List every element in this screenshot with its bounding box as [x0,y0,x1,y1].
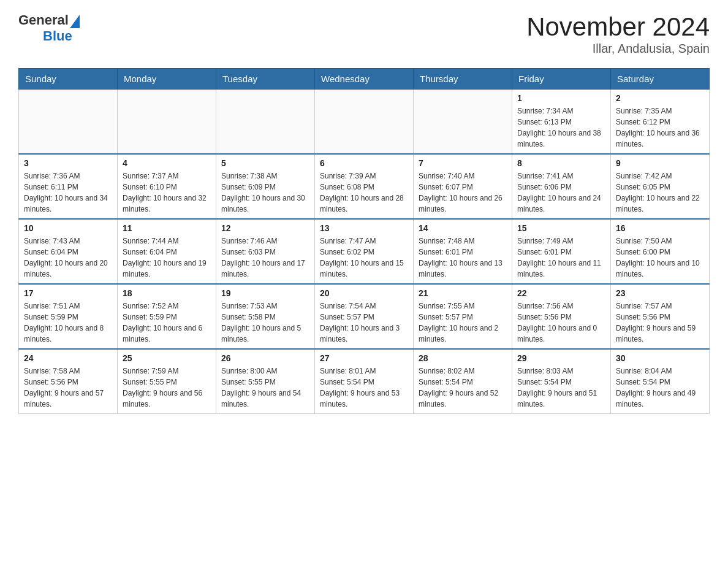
day-sun-info: Sunrise: 7:52 AMSunset: 5:59 PMDaylight:… [123,301,211,345]
day-number: 13 [320,223,408,233]
day-number: 11 [123,223,211,233]
day-number: 2 [616,93,704,103]
calendar-title: November 2024 [526,12,710,42]
day-sun-info: Sunrise: 7:57 AMSunset: 5:56 PMDaylight:… [616,301,704,345]
calendar-day-cell: 18Sunrise: 7:52 AMSunset: 5:59 PMDayligh… [118,284,216,349]
day-number: 12 [221,223,309,233]
day-number: 6 [320,158,408,168]
day-sun-info: Sunrise: 7:35 AMSunset: 6:12 PMDaylight:… [616,105,704,150]
title-area: November 2024 Illar, Andalusia, Spain [526,12,710,56]
day-number: 8 [517,158,605,168]
calendar-day-cell: 19Sunrise: 7:53 AMSunset: 5:58 PMDayligh… [216,284,315,349]
calendar-day-cell: 24Sunrise: 7:58 AMSunset: 5:56 PMDayligh… [19,349,118,414]
day-number: 27 [320,353,408,363]
day-sun-info: Sunrise: 7:39 AMSunset: 6:08 PMDaylight:… [320,170,408,215]
day-number: 17 [24,288,112,298]
day-sun-info: Sunrise: 7:46 AMSunset: 6:03 PMDaylight:… [221,236,309,280]
calendar-day-cell: 5Sunrise: 7:38 AMSunset: 6:09 PMDaylight… [216,154,315,219]
day-number: 5 [221,158,309,168]
day-number: 19 [221,288,309,298]
day-sun-info: Sunrise: 7:38 AMSunset: 6:09 PMDaylight:… [221,170,309,215]
calendar-day-cell: 3Sunrise: 7:36 AMSunset: 6:11 PMDaylight… [19,154,118,219]
day-sun-info: Sunrise: 8:04 AMSunset: 5:54 PMDaylight:… [616,366,704,410]
day-sun-info: Sunrise: 7:37 AMSunset: 6:10 PMDaylight:… [123,170,211,215]
day-number: 25 [123,353,211,363]
calendar-day-cell: 27Sunrise: 8:01 AMSunset: 5:54 PMDayligh… [315,349,414,414]
day-number: 16 [616,223,704,233]
calendar-day-cell: 8Sunrise: 7:41 AMSunset: 6:06 PMDaylight… [512,154,611,219]
calendar-day-cell: 12Sunrise: 7:46 AMSunset: 6:03 PMDayligh… [216,219,315,284]
logo-triangle-icon [70,15,80,28]
calendar-day-cell: 23Sunrise: 7:57 AMSunset: 5:56 PMDayligh… [611,284,710,349]
calendar-day-cell: 7Sunrise: 7:40 AMSunset: 6:07 PMDaylight… [414,154,512,219]
calendar-day-cell: 15Sunrise: 7:49 AMSunset: 6:01 PMDayligh… [512,219,611,284]
day-number: 26 [221,353,309,363]
day-number: 10 [24,223,112,233]
page-header: General Blue November 2024 Illar, Andalu… [18,12,710,56]
day-number: 14 [419,223,507,233]
calendar-day-cell: 14Sunrise: 7:48 AMSunset: 6:01 PMDayligh… [414,219,512,284]
calendar-day-cell: 21Sunrise: 7:55 AMSunset: 5:57 PMDayligh… [414,284,512,349]
day-sun-info: Sunrise: 7:40 AMSunset: 6:07 PMDaylight:… [419,170,507,215]
calendar-day-cell [118,90,216,155]
calendar-location: Illar, Andalusia, Spain [526,42,710,56]
day-number: 15 [517,223,605,233]
calendar-day-cell [19,90,118,155]
calendar-day-cell: 25Sunrise: 7:59 AMSunset: 5:55 PMDayligh… [118,349,216,414]
weekday-header-saturday: Saturday [611,69,710,90]
weekday-header-wednesday: Wednesday [315,69,414,90]
calendar-day-cell: 16Sunrise: 7:50 AMSunset: 6:00 PMDayligh… [611,219,710,284]
calendar-day-cell: 28Sunrise: 8:02 AMSunset: 5:54 PMDayligh… [414,349,512,414]
day-number: 18 [123,288,211,298]
day-number: 23 [616,288,704,298]
day-sun-info: Sunrise: 7:56 AMSunset: 5:56 PMDaylight:… [517,301,605,345]
calendar-day-cell: 9Sunrise: 7:42 AMSunset: 6:05 PMDaylight… [611,154,710,219]
calendar-day-cell: 20Sunrise: 7:54 AMSunset: 5:57 PMDayligh… [315,284,414,349]
weekday-header-monday: Monday [118,69,216,90]
svg-marker-0 [70,15,80,28]
day-sun-info: Sunrise: 7:47 AMSunset: 6:02 PMDaylight:… [320,236,408,280]
calendar-week-row: 17Sunrise: 7:51 AMSunset: 5:59 PMDayligh… [19,284,710,349]
day-number: 7 [419,158,507,168]
day-sun-info: Sunrise: 7:43 AMSunset: 6:04 PMDaylight:… [24,236,112,280]
day-sun-info: Sunrise: 7:53 AMSunset: 5:58 PMDaylight:… [221,301,309,345]
day-sun-info: Sunrise: 7:36 AMSunset: 6:11 PMDaylight:… [24,170,112,215]
day-sun-info: Sunrise: 7:49 AMSunset: 6:01 PMDaylight:… [517,236,605,280]
day-sun-info: Sunrise: 7:44 AMSunset: 6:04 PMDaylight:… [123,236,211,280]
calendar-week-row: 10Sunrise: 7:43 AMSunset: 6:04 PMDayligh… [19,219,710,284]
weekday-header-row: SundayMondayTuesdayWednesdayThursdayFrid… [19,69,710,90]
weekday-header-thursday: Thursday [414,69,512,90]
day-sun-info: Sunrise: 8:00 AMSunset: 5:55 PMDaylight:… [221,366,309,410]
day-number: 30 [616,353,704,363]
day-sun-info: Sunrise: 7:55 AMSunset: 5:57 PMDaylight:… [419,301,507,345]
day-number: 9 [616,158,704,168]
day-sun-info: Sunrise: 7:59 AMSunset: 5:55 PMDaylight:… [123,366,211,410]
day-sun-info: Sunrise: 8:03 AMSunset: 5:54 PMDaylight:… [517,366,605,410]
day-number: 28 [419,353,507,363]
day-sun-info: Sunrise: 8:02 AMSunset: 5:54 PMDaylight:… [419,366,507,410]
day-sun-info: Sunrise: 7:58 AMSunset: 5:56 PMDaylight:… [24,366,112,410]
calendar-day-cell [414,90,512,155]
calendar-day-cell: 29Sunrise: 8:03 AMSunset: 5:54 PMDayligh… [512,349,611,414]
logo-blue-text: Blue [43,28,72,44]
calendar-day-cell: 13Sunrise: 7:47 AMSunset: 6:02 PMDayligh… [315,219,414,284]
day-sun-info: Sunrise: 7:50 AMSunset: 6:00 PMDaylight:… [616,236,704,280]
calendar-day-cell: 30Sunrise: 8:04 AMSunset: 5:54 PMDayligh… [611,349,710,414]
day-sun-info: Sunrise: 7:48 AMSunset: 6:01 PMDaylight:… [419,236,507,280]
calendar-day-cell: 22Sunrise: 7:56 AMSunset: 5:56 PMDayligh… [512,284,611,349]
weekday-header-tuesday: Tuesday [216,69,315,90]
calendar-day-cell: 17Sunrise: 7:51 AMSunset: 5:59 PMDayligh… [19,284,118,349]
day-sun-info: Sunrise: 8:01 AMSunset: 5:54 PMDaylight:… [320,366,408,410]
calendar-day-cell: 2Sunrise: 7:35 AMSunset: 6:12 PMDaylight… [611,90,710,155]
calendar-day-cell: 6Sunrise: 7:39 AMSunset: 6:08 PMDaylight… [315,154,414,219]
day-sun-info: Sunrise: 7:34 AMSunset: 6:13 PMDaylight:… [517,105,605,150]
calendar-day-cell: 26Sunrise: 8:00 AMSunset: 5:55 PMDayligh… [216,349,315,414]
weekday-header-friday: Friday [512,69,611,90]
day-sun-info: Sunrise: 7:54 AMSunset: 5:57 PMDaylight:… [320,301,408,345]
calendar-week-row: 1Sunrise: 7:34 AMSunset: 6:13 PMDaylight… [19,90,710,155]
logo-general-text: General [18,12,69,28]
calendar-table: SundayMondayTuesdayWednesdayThursdayFrid… [18,68,710,414]
day-sun-info: Sunrise: 7:41 AMSunset: 6:06 PMDaylight:… [517,170,605,215]
day-number: 29 [517,353,605,363]
calendar-day-cell: 1Sunrise: 7:34 AMSunset: 6:13 PMDaylight… [512,90,611,155]
